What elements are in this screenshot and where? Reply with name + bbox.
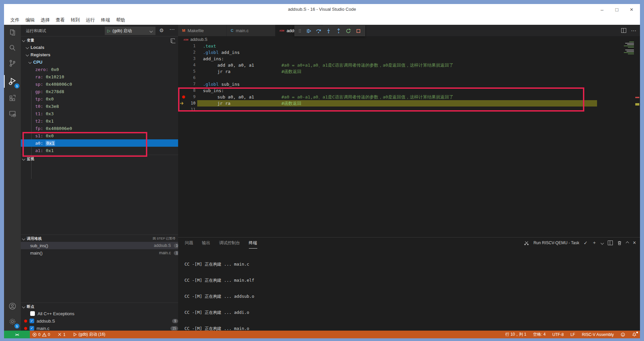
breakpoint-row-exceptions[interactable]: All C++ Exceptions — [21, 310, 178, 317]
breakpoints-section-header[interactable]: 断点 — [21, 302, 178, 310]
stack-frame-pos: 15:1 — [174, 251, 178, 255]
register-row[interactable]: fp:0x408006e0 — [21, 125, 178, 132]
register-row[interactable]: ra:0x10210 — [21, 73, 178, 80]
activity-extensions[interactable] — [4, 90, 21, 106]
debug-config-dropdown[interactable]: ▷ (gdb) 启动 — [105, 26, 156, 35]
encoding-status[interactable]: UTF-8 — [549, 331, 567, 338]
register-row[interactable]: tp:0x0 — [21, 95, 178, 103]
debug-gear-icon[interactable]: ⚙ — [159, 27, 164, 33]
activity-source-control[interactable] — [4, 56, 21, 71]
tab-label: main.c — [236, 28, 249, 33]
panel-tab-output[interactable]: 输出 — [202, 237, 210, 248]
restart-icon[interactable] — [345, 28, 351, 34]
debug-sidebar: 运行和调试 ▷ (gdb) 启动 ⚙ ⋯ 变量 Locals Registers — [21, 25, 178, 331]
register-row[interactable]: t0:0x3e8 — [21, 103, 178, 110]
breakpoint-row[interactable]: ✓ addsub.S 9 — [21, 317, 178, 325]
step-out-icon[interactable] — [336, 28, 341, 34]
overview-breakpoint-marker — [635, 97, 639, 98]
debug-session-status[interactable]: (gdb) 启动 (16) — [70, 331, 108, 338]
register-row[interactable]: zero:0x0 — [21, 66, 178, 73]
tasks-status[interactable]: 1 — [55, 331, 68, 338]
activity-run-debug[interactable]: 1 — [4, 74, 21, 89]
activity-settings[interactable]: 1 — [4, 314, 21, 329]
eol-status[interactable]: LF — [567, 331, 579, 338]
language-mode[interactable]: RISC-V Assembly — [579, 331, 617, 338]
chevron-down-icon — [22, 305, 25, 308]
tab-main-c[interactable]: C main.c — [227, 25, 275, 36]
register-row[interactable]: t1:0x3 — [21, 110, 178, 117]
register-row[interactable]: sp:0x408006c0 — [21, 80, 178, 88]
terminal-output[interactable]: CC -[M] 正在构建 ... main.c CC -[M] 正在构建 ...… — [184, 251, 637, 330]
trash-icon[interactable] — [617, 241, 622, 246]
panel-tab-debug-console[interactable]: 调试控制台 — [219, 237, 240, 248]
activity-accounts[interactable] — [4, 298, 21, 314]
cursor-position[interactable]: 行 10，列 1 — [502, 331, 530, 338]
asm-file-icon: ASM — [183, 39, 188, 41]
editor-more-icon[interactable]: ⋯ — [631, 27, 637, 34]
register-row[interactable]: a1:0x1 — [21, 147, 178, 154]
call-stack-section-header[interactable]: 调用堆栈 因 STEP 已暂停 — [21, 234, 178, 242]
minimize-button[interactable]: – — [597, 5, 607, 14]
new-terminal-icon[interactable]: ＋ — [592, 240, 597, 246]
register-row-selected[interactable]: a0:0x1 — [21, 139, 178, 147]
menu-run[interactable]: 运行 — [83, 17, 98, 23]
feedback-button[interactable] — [617, 331, 629, 338]
tab-makefile[interactable]: M Makefile — [178, 25, 227, 36]
checkbox-unchecked[interactable] — [30, 311, 35, 316]
register-row[interactable]: t2:0x1 — [21, 117, 178, 125]
stop-icon[interactable] — [356, 28, 361, 34]
collapse-all-icon[interactable] — [171, 39, 175, 43]
extensions-icon — [8, 94, 16, 102]
tree-item-locals[interactable]: Locals — [21, 44, 178, 51]
minimap[interactable] — [618, 41, 634, 54]
maximize-button[interactable]: □ — [612, 5, 622, 14]
debug-more-icon[interactable]: ⋯ — [169, 26, 175, 32]
stack-frame-row[interactable]: sub_ins() addsub.S 10:1 — [21, 242, 178, 249]
menu-help[interactable]: 帮助 — [113, 17, 128, 23]
remote-indicator[interactable]: >< — [4, 331, 30, 338]
split-terminal-icon[interactable] — [608, 241, 613, 245]
activity-search[interactable] — [4, 40, 21, 56]
menu-view[interactable]: 查看 — [53, 17, 68, 23]
continue-icon[interactable] — [306, 28, 312, 34]
notifications-button[interactable] — [629, 331, 640, 338]
tree-item-cpu[interactable]: CPU — [21, 58, 178, 66]
panel-maximize-icon[interactable] — [626, 241, 629, 245]
register-row[interactable]: gp:0x278d8 — [21, 88, 178, 95]
split-editor-icon[interactable] — [621, 28, 626, 33]
panel-close-icon[interactable]: × — [633, 240, 636, 246]
checkbox-checked[interactable]: ✓ — [30, 326, 34, 331]
menu-edit[interactable]: 编辑 — [22, 17, 38, 23]
tree-item-registers[interactable]: Registers — [21, 51, 178, 58]
problems-status[interactable]: 0 0 — [30, 331, 52, 338]
terminal-line: CC -[M] 正在构建 ... main.c — [184, 262, 637, 267]
task-check-icon: ✓ — [584, 240, 588, 246]
menu-terminal[interactable]: 终端 — [98, 17, 113, 23]
step-over-icon[interactable] — [316, 28, 321, 34]
code-line: 11 — [178, 107, 640, 113]
variables-section-header[interactable]: 变量 — [21, 36, 178, 44]
watch-section-header[interactable]: 监视 — [21, 155, 178, 162]
c-file-icon: C — [231, 28, 233, 32]
checkbox-checked[interactable]: ✓ — [30, 319, 34, 323]
debug-toolbar — [294, 25, 365, 36]
step-into-icon[interactable] — [326, 28, 331, 34]
panel-tab-terminal[interactable]: 终端 — [249, 237, 257, 249]
menu-file[interactable]: 文件 — [7, 17, 22, 23]
stack-frame-row[interactable]: main() main.c 15:1 — [21, 249, 178, 257]
terminal-dropdown-icon[interactable] — [600, 241, 604, 245]
indentation-status[interactable]: 空格: 4 — [530, 331, 549, 338]
breadcrumb[interactable]: ASM addsub.S — [178, 36, 640, 43]
menu-goto[interactable]: 转到 — [68, 17, 83, 23]
register-row[interactable]: s1:0x0 — [21, 132, 178, 139]
terminal-task-label[interactable]: Run RISCV-QEMU - Task — [533, 241, 579, 245]
breakpoint-row[interactable]: ✓ main.c 15 — [21, 325, 178, 331]
close-button[interactable]: × — [627, 5, 637, 14]
breakpoint-icon[interactable] — [182, 95, 185, 98]
activity-explorer[interactable] — [4, 25, 21, 40]
start-debug-icon[interactable]: ▷ — [107, 28, 110, 33]
panel-tab-problems[interactable]: 问题 — [185, 237, 193, 248]
drag-grip-icon[interactable] — [298, 28, 302, 33]
menu-selection[interactable]: 选择 — [38, 17, 53, 23]
activity-remote-explorer[interactable] — [4, 106, 21, 121]
